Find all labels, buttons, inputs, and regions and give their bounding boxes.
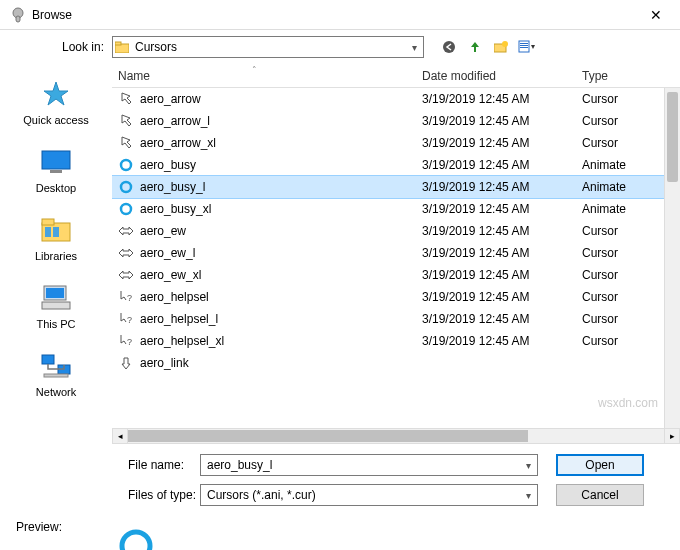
list-body[interactable]: aero_arrow3/19/2019 12:45 AMCursoraero_a… [112,88,680,428]
table-row[interactable]: aero_ew3/19/2019 12:45 AMCursor [112,220,680,242]
file-type: Cursor [582,290,642,304]
file-name: aero_arrow_l [140,114,210,128]
table-row[interactable]: ?aero_helpsel_l3/19/2019 12:45 AMCursor [112,308,680,330]
main-area: Quick access Desktop Libraries This PC N… [0,64,680,444]
cursor-file-icon: ? [118,289,134,305]
table-row[interactable]: aero_busy_l3/19/2019 12:45 AMAnimate [112,176,680,198]
file-date: 3/19/2019 12:45 AM [422,158,582,172]
file-name: aero_helpsel_xl [140,334,224,348]
title-bar: Browse ✕ [0,0,680,30]
cursor-file-icon [118,245,134,261]
computer-icon [38,280,74,316]
sidebar-item-desktop[interactable]: Desktop [0,140,112,198]
svg-text:?: ? [127,337,132,347]
sidebar-item-libraries[interactable]: Libraries [0,208,112,266]
file-type: Cursor [582,334,642,348]
scroll-right-arrow[interactable]: ▸ [664,428,680,444]
cursor-file-icon [118,135,134,151]
open-button[interactable]: Open [556,454,644,476]
table-row[interactable]: aero_busy_xl3/19/2019 12:45 AMAnimate [112,198,680,220]
file-date: 3/19/2019 12:45 AM [422,136,582,150]
lookin-combo[interactable]: Cursors ▾ [112,36,424,58]
scroll-left-arrow[interactable]: ◂ [112,428,128,444]
file-name: aero_ew_l [140,246,195,260]
svg-rect-3 [115,42,121,45]
file-type: Animate [582,202,642,216]
svg-point-6 [502,41,508,47]
column-type[interactable]: Type [582,69,642,83]
filetype-field[interactable]: Cursors (*.ani, *.cur) ▾ [200,484,538,506]
file-date: 3/19/2019 12:45 AM [422,246,582,260]
filename-field[interactable]: aero_busy_l ▾ [200,454,538,476]
desktop-icon [38,144,74,180]
filename-value: aero_busy_l [201,458,519,472]
table-row[interactable]: aero_ew_l3/19/2019 12:45 AMCursor [112,242,680,264]
svg-text:?: ? [127,293,132,303]
file-name: aero_busy_l [140,180,205,194]
cursor-file-icon [118,223,134,239]
cursor-file-icon [118,91,134,107]
file-type: Cursor [582,246,642,260]
svg-point-24 [121,182,131,192]
cursor-file-icon [118,113,134,129]
svg-rect-9 [520,45,528,46]
file-date: 3/19/2019 12:45 AM [422,180,582,194]
svg-rect-10 [520,47,528,48]
table-row[interactable]: aero_busy3/19/2019 12:45 AMAnimate [112,154,680,176]
sort-indicator-icon: ˄ [252,65,257,75]
file-name: aero_arrow [140,92,201,106]
list-header: Name˄ Date modified Type [112,64,680,88]
sidebar-item-network[interactable]: Network [0,344,112,402]
table-row[interactable]: aero_arrow_xl3/19/2019 12:45 AMCursor [112,132,680,154]
file-date: 3/19/2019 12:45 AM [422,114,582,128]
column-date[interactable]: Date modified [422,69,582,83]
svg-rect-1 [16,16,20,22]
svg-rect-16 [53,227,59,237]
up-level-button[interactable] [464,36,486,58]
file-list: Name˄ Date modified Type aero_arrow3/19/… [112,64,680,444]
file-date: 3/19/2019 12:45 AM [422,92,582,106]
file-date: 3/19/2019 12:45 AM [422,312,582,326]
watermark-text: wsxdn.com [598,396,658,410]
sidebar-item-this-pc[interactable]: This PC [0,276,112,334]
svg-point-23 [121,160,131,170]
folder-icon [113,41,131,53]
table-row[interactable]: aero_ew_xl3/19/2019 12:45 AMCursor [112,264,680,286]
svg-rect-19 [42,302,70,309]
table-row[interactable]: ?aero_helpsel3/19/2019 12:45 AMCursor [112,286,680,308]
file-type: Cursor [582,268,642,282]
chevron-down-icon: ▾ [519,460,537,471]
horizontal-scrollbar[interactable]: ◂ ▸ [112,428,680,444]
scroll-track[interactable] [128,428,664,444]
file-name: aero_busy [140,158,196,172]
table-row[interactable]: ?aero_helpsel_xl3/19/2019 12:45 AMCursor [112,330,680,352]
lookin-value: Cursors [131,40,405,54]
back-button[interactable] [438,36,460,58]
chevron-down-icon: ▾ [405,42,423,53]
column-name[interactable]: Name˄ [112,69,422,83]
file-type: Animate [582,158,642,172]
file-name: aero_ew_xl [140,268,201,282]
scrollbar-thumb[interactable] [667,92,678,182]
h-scrollbar-thumb[interactable] [128,430,528,442]
view-menu-button[interactable] [516,36,538,58]
svg-rect-18 [46,288,64,298]
sidebar-item-quick-access[interactable]: Quick access [0,72,112,130]
svg-point-29 [122,532,150,550]
file-name: aero_arrow_xl [140,136,216,150]
new-folder-button[interactable] [490,36,512,58]
preview-label: Preview: [16,516,106,534]
cursor-file-icon [118,201,134,217]
cancel-button[interactable]: Cancel [556,484,644,506]
svg-rect-22 [44,374,68,377]
file-name: aero_helpsel [140,290,209,304]
places-bar: Quick access Desktop Libraries This PC N… [0,64,112,444]
chevron-down-icon: ▾ [519,490,537,501]
svg-rect-15 [45,227,51,237]
table-row[interactable]: aero_arrow_l3/19/2019 12:45 AMCursor [112,110,680,132]
filetype-label: Files of type: [0,488,200,502]
vertical-scrollbar[interactable] [664,88,680,428]
table-row[interactable]: aero_arrow3/19/2019 12:45 AMCursor [112,88,680,110]
close-button[interactable]: ✕ [636,0,676,30]
table-row[interactable]: aero_link [112,352,680,374]
